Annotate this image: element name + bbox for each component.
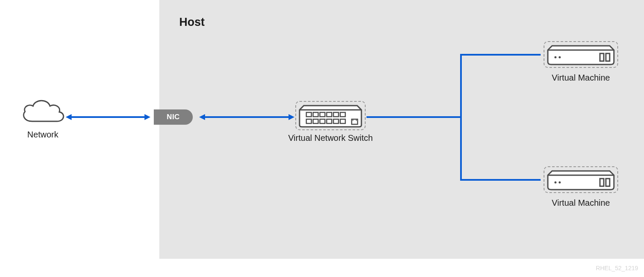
arrow-nic-vswitch	[199, 113, 294, 121]
host-container	[159, 0, 644, 259]
switch-icon	[299, 104, 362, 128]
vm1-bubble	[544, 41, 618, 68]
cloud-icon	[19, 96, 67, 126]
conn-vertical	[460, 54, 462, 181]
nic-label: NIC	[167, 113, 180, 121]
vswitch-bubble	[295, 101, 366, 130]
server-icon	[547, 169, 615, 190]
server-icon	[547, 44, 615, 65]
conn-branch-vm1	[460, 54, 541, 56]
footer-id: RHEL_52_1219	[596, 265, 638, 271]
vm2-node: Virtual Machine	[541, 166, 621, 208]
svg-point-28	[555, 182, 557, 184]
vm2-label: Virtual Machine	[541, 198, 621, 208]
svg-marker-5	[289, 114, 294, 120]
nic-node: NIC	[154, 109, 193, 125]
svg-point-24	[559, 56, 561, 59]
network-node: Network	[13, 96, 72, 140]
svg-marker-4	[199, 114, 205, 120]
host-label: Host	[179, 16, 205, 29]
vswitch-label: Virtual Network Switch	[271, 133, 390, 143]
svg-point-29	[559, 182, 561, 184]
svg-marker-2	[144, 114, 150, 120]
svg-point-23	[555, 56, 557, 59]
svg-marker-1	[66, 114, 72, 120]
vm2-bubble	[544, 166, 618, 193]
vswitch-node	[294, 101, 366, 132]
arrow-cloud-nic	[66, 113, 150, 121]
network-label: Network	[13, 130, 72, 140]
conn-trunk	[366, 116, 462, 118]
vm1-label: Virtual Machine	[541, 73, 621, 83]
vm1-node: Virtual Machine	[541, 41, 621, 83]
conn-branch-vm2	[460, 179, 541, 181]
